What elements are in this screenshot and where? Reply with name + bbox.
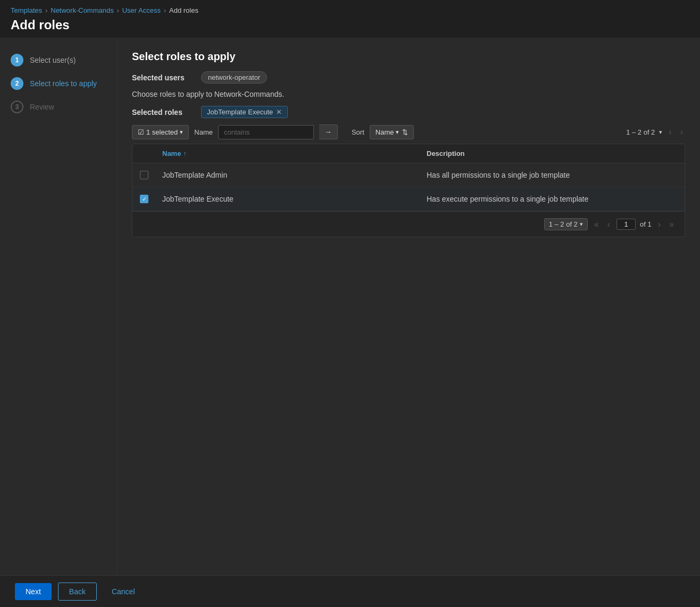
sort-direction-icon: ⇅	[402, 128, 408, 136]
step-label-2: Select roles to apply	[30, 79, 97, 88]
breadcrumb-current: Add roles	[169, 6, 198, 14]
header: Templates › Network-Commands › User Acce…	[0, 0, 700, 38]
next-button[interactable]: Next	[15, 583, 52, 600]
breadcrumb-sep-2: ›	[117, 7, 119, 14]
pagination-range: 1 – 2 of 2	[626, 128, 655, 136]
select-count-label: ☑	[138, 128, 144, 136]
section-title: Select roles to apply	[132, 51, 685, 63]
step-label-1: Select user(s)	[30, 56, 76, 64]
footer: Next Back Cancel	[0, 575, 700, 607]
next-page-btn[interactable]: ›	[678, 127, 685, 137]
sort-asc-icon	[183, 150, 186, 157]
selected-users-row: Selected users network-operator	[132, 71, 685, 84]
breadcrumb-user-access[interactable]: User Access	[122, 6, 161, 14]
breadcrumb-sep-3: ›	[164, 7, 166, 14]
sidebar-step-3: 3 Review	[0, 95, 116, 119]
row-0-checkbox[interactable]	[140, 171, 148, 179]
table-header: Name Description	[132, 144, 685, 163]
step-circle-3: 3	[11, 101, 23, 113]
step-circle-2: 2	[11, 77, 23, 90]
first-page-btn[interactable]: «	[592, 219, 601, 230]
toolbar: ☑ 1 selected Name → Sort Name ⇅ 1 – 2 of…	[132, 124, 685, 139]
header-checkbox-cell	[132, 149, 156, 157]
sort-value: Name	[376, 128, 394, 136]
page-range-label: 1 – 2 of 2	[549, 220, 578, 228]
page-title: Add roles	[11, 18, 689, 32]
row-0-description: Has all permissions to a single job temp…	[420, 171, 685, 179]
cancel-button[interactable]: Cancel	[103, 583, 144, 600]
selected-user-tag: network-operator	[201, 71, 267, 84]
selected-roles-row: Selected roles JobTemplate Execute ✕	[132, 106, 685, 118]
of-label: of 1	[640, 220, 652, 228]
content-area: Select roles to apply Selected users net…	[117, 38, 700, 602]
selected-roles-label: Selected roles	[132, 108, 196, 117]
pagination-dropdown-icon	[659, 129, 662, 136]
table-row: JobTemplate Execute Has execute permissi…	[132, 187, 685, 211]
sidebar-step-2[interactable]: 2 Select roles to apply	[0, 72, 116, 95]
row-1-name: JobTemplate Execute	[156, 195, 420, 203]
select-dropdown-icon	[180, 129, 183, 136]
remove-role-btn-0[interactable]: ✕	[276, 108, 282, 116]
main-layout: 1 Select user(s) 2 Select roles to apply…	[0, 38, 700, 602]
filter-input[interactable]	[218, 125, 314, 139]
row-0-name: JobTemplate Admin	[156, 171, 420, 179]
table-row: JobTemplate Admin Has all permissions to…	[132, 163, 685, 187]
toolbar-pagination: 1 – 2 of 2 ‹ ›	[626, 127, 685, 137]
roles-table: Name Description JobTemplate Admin Has a…	[132, 144, 685, 237]
step-label-3: Review	[30, 103, 54, 111]
back-button[interactable]: Back	[58, 583, 97, 601]
sort-label: Sort	[352, 128, 364, 136]
row-1-description: Has execute permissions to a single job …	[420, 195, 685, 203]
filter-arrow-btn[interactable]: →	[319, 124, 338, 139]
prev-page-btn[interactable]: ‹	[666, 127, 673, 137]
step-circle-1: 1	[11, 54, 23, 66]
column-header-description: Description	[420, 149, 685, 157]
selected-users-label: Selected users	[132, 73, 196, 82]
sort-select[interactable]: Name ⇅	[370, 125, 414, 139]
role-tag-name-0: JobTemplate Execute	[207, 108, 273, 116]
column-header-name[interactable]: Name	[156, 149, 420, 157]
next-page-bottom-btn[interactable]: ›	[656, 219, 663, 230]
prev-page-bottom-btn[interactable]: ‹	[605, 219, 612, 230]
bottom-pagination: 1 – 2 of 2 « ‹ of 1 › »	[132, 211, 685, 237]
row-1-checkbox-cell[interactable]	[132, 195, 156, 203]
sort-chevron-icon	[396, 129, 399, 136]
description-text: Choose roles to apply to Network-Command…	[132, 90, 685, 98]
page-count-select[interactable]: 1 – 2 of 2	[544, 218, 588, 230]
column-name-label: Name	[162, 149, 181, 157]
select-count-btn[interactable]: ☑ 1 selected	[132, 125, 189, 139]
row-0-checkbox-cell[interactable]	[132, 171, 156, 179]
sidebar: 1 Select user(s) 2 Select roles to apply…	[0, 38, 117, 602]
selected-role-tag-0: JobTemplate Execute ✕	[201, 106, 288, 118]
select-count-value: 1 selected	[146, 128, 178, 136]
last-page-btn[interactable]: »	[667, 219, 676, 230]
breadcrumb: Templates › Network-Commands › User Acce…	[11, 6, 689, 14]
sidebar-step-1[interactable]: 1 Select user(s)	[0, 48, 116, 72]
breadcrumb-network-commands[interactable]: Network-Commands	[51, 6, 113, 14]
filter-name-label: Name	[194, 128, 213, 136]
row-1-checkbox[interactable]	[140, 195, 148, 203]
page-count-chevron-icon	[580, 221, 583, 228]
column-description-label: Description	[427, 149, 465, 157]
breadcrumb-templates[interactable]: Templates	[11, 6, 42, 14]
breadcrumb-sep-1: ›	[45, 7, 47, 14]
page-number-input[interactable]	[616, 219, 636, 230]
